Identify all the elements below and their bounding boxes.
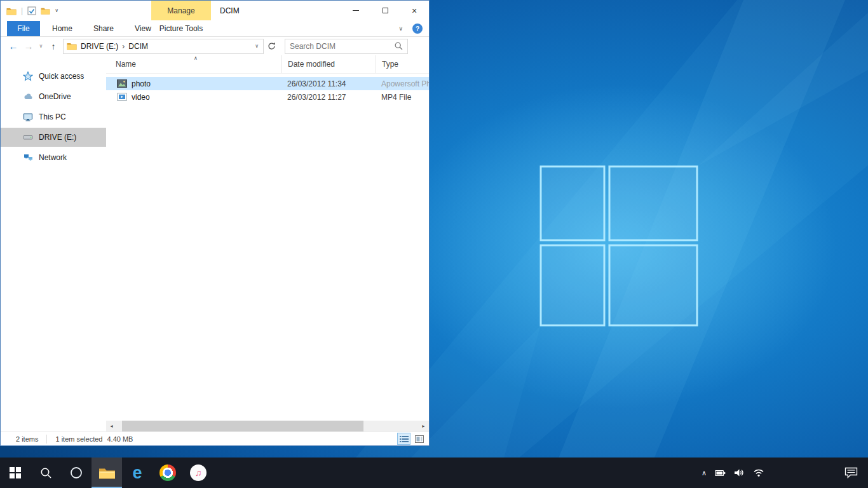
sidebar-item-drive-e[interactable]: DRIVE (E:): [1, 128, 106, 147]
tab-share[interactable]: Share: [85, 21, 123, 36]
address-folder-icon: [67, 42, 77, 50]
sidebar-item-network[interactable]: Network: [1, 148, 106, 167]
show-hidden-icons-chevron-icon[interactable]: ∧: [702, 469, 707, 477]
scrollbar-track[interactable]: [117, 421, 418, 431]
details-view-button[interactable]: [397, 433, 410, 445]
selection-count: 1 item selected: [55, 435, 102, 443]
horizontal-scrollbar[interactable]: ◄ ►: [106, 421, 429, 431]
file-type: MP4 File: [376, 93, 429, 102]
scrollbar-thumb[interactable]: [122, 421, 363, 431]
file-date-modified: 26/03/2012 11:27: [281, 93, 376, 102]
taskbar-chrome-button[interactable]: [153, 458, 183, 488]
sidebar-item-quick-access[interactable]: Quick access: [1, 67, 106, 86]
maximize-button[interactable]: [370, 1, 400, 20]
battery-icon[interactable]: [715, 470, 726, 477]
column-header-type[interactable]: Type: [376, 55, 429, 73]
title-bar[interactable]: | ∨ Manage DCIM ×: [1, 1, 429, 21]
new-folder-icon[interactable]: [41, 7, 50, 15]
network-icon: [23, 152, 33, 163]
cortana-icon: [70, 466, 83, 479]
cortana-button[interactable]: [61, 458, 92, 488]
itunes-icon: ♫: [190, 464, 207, 481]
system-tray: ∧: [702, 458, 868, 488]
close-button[interactable]: ×: [400, 1, 429, 20]
cloud-icon: [23, 92, 33, 102]
tab-home[interactable]: Home: [43, 21, 81, 36]
file-explorer-window: | ∨ Manage DCIM × File Home Share View P…: [0, 0, 430, 446]
ribbon-tab-row: File Home Share View Picture Tools ∨ ?: [1, 21, 429, 37]
file-list-pane[interactable]: ∧ Name Date modified Type photo 26/03/20…: [106, 55, 429, 431]
items-count: 2 items: [7, 435, 47, 444]
taskbar-itunes-button[interactable]: ♫: [183, 458, 214, 488]
tab-picture-tools[interactable]: Picture Tools: [151, 21, 211, 36]
star-icon: [23, 71, 33, 81]
customize-qat-chevron-icon[interactable]: ∨: [55, 8, 58, 13]
column-header-date-modified[interactable]: Date modified: [281, 55, 376, 73]
file-name: photo: [132, 79, 151, 88]
address-bar[interactable]: DRIVE (E:) › DCIM ∨: [63, 39, 264, 54]
search-button[interactable]: [31, 458, 61, 488]
qat-separator: |: [21, 6, 23, 15]
breadcrumb-separator-icon: ›: [122, 42, 125, 51]
file-type: Apowersoft Pho: [376, 79, 429, 88]
file-row-photo[interactable]: photo 26/03/2012 11:34 Apowersoft Pho: [106, 77, 429, 90]
minimize-button[interactable]: [341, 1, 370, 20]
breadcrumb-drive[interactable]: DRIVE (E:): [80, 42, 119, 51]
column-headers: ∧ Name Date modified Type: [106, 55, 429, 74]
view-toggles: [397, 433, 426, 445]
explorer-folder-icon: [6, 7, 17, 15]
selection-size: 4.40 MB: [107, 435, 133, 443]
taskbar-edge-button[interactable]: e: [122, 458, 153, 488]
address-dropdown-chevron-icon[interactable]: ∨: [255, 43, 260, 49]
file-row-video[interactable]: video 26/03/2012 11:27 MP4 File: [106, 90, 429, 104]
back-button[interactable]: ←: [6, 39, 21, 54]
scroll-left-arrow[interactable]: ◄: [106, 421, 117, 431]
sidebar-item-label: DRIVE (E:): [39, 133, 76, 142]
sidebar-item-onedrive[interactable]: OneDrive: [1, 87, 106, 106]
search-icon[interactable]: [395, 42, 403, 50]
refresh-icon: [268, 42, 276, 50]
file-date-modified: 26/03/2012 11:34: [281, 79, 376, 88]
volume-icon[interactable]: [734, 468, 745, 477]
properties-icon[interactable]: [27, 6, 36, 15]
chrome-icon: [159, 464, 176, 481]
quick-access-toolbar: | ∨: [1, 1, 58, 21]
sidebar-item-label: This PC: [39, 112, 66, 121]
wifi-icon[interactable]: [753, 468, 764, 477]
computer-icon: [23, 112, 33, 122]
file-rows[interactable]: photo 26/03/2012 11:34 Apowersoft Pho vi…: [106, 74, 429, 421]
photo-file-icon: [117, 79, 127, 88]
start-button[interactable]: [0, 458, 31, 488]
expand-ribbon-chevron-icon[interactable]: ∨: [398, 25, 403, 32]
scroll-right-arrow[interactable]: ►: [418, 421, 429, 431]
sidebar-item-this-pc[interactable]: This PC: [1, 107, 106, 126]
file-name: video: [132, 93, 150, 102]
window-title: DCIM: [220, 1, 240, 21]
edge-icon: e: [132, 464, 142, 482]
taskbar-file-explorer-button[interactable]: [92, 458, 122, 488]
taskbar: e ♫ ∧: [0, 458, 868, 488]
window-controls: ×: [341, 1, 429, 20]
thumbnail-view-button[interactable]: [412, 433, 426, 445]
up-button[interactable]: ↑: [46, 39, 61, 54]
search-input[interactable]: [290, 42, 395, 51]
sort-ascending-icon: ∧: [194, 55, 198, 61]
sidebar-item-label: Quick access: [39, 72, 84, 81]
video-file-icon: [117, 93, 127, 101]
refresh-button[interactable]: [264, 39, 279, 54]
status-bar: 2 items 1 item selected 4.40 MB: [1, 431, 429, 445]
manage-contextual-group: Manage: [151, 1, 211, 20]
navigation-bar: ← → ∨ ↑ DRIVE (E:) › DCIM ∨: [1, 37, 429, 55]
windows-logo-icon: [10, 467, 21, 478]
details-view-icon: [400, 435, 409, 443]
help-button[interactable]: ?: [412, 24, 423, 34]
minimize-icon: [353, 10, 359, 11]
file-explorer-icon: [98, 466, 116, 480]
search-box: [285, 39, 408, 54]
file-menu-button[interactable]: File: [7, 21, 40, 36]
forward-button[interactable]: →: [21, 39, 36, 54]
action-center-icon[interactable]: [844, 467, 858, 478]
breadcrumb-dcim[interactable]: DCIM: [128, 42, 149, 51]
recent-locations-chevron-icon[interactable]: ∨: [36, 39, 46, 54]
sidebar-item-label: Network: [39, 153, 67, 162]
